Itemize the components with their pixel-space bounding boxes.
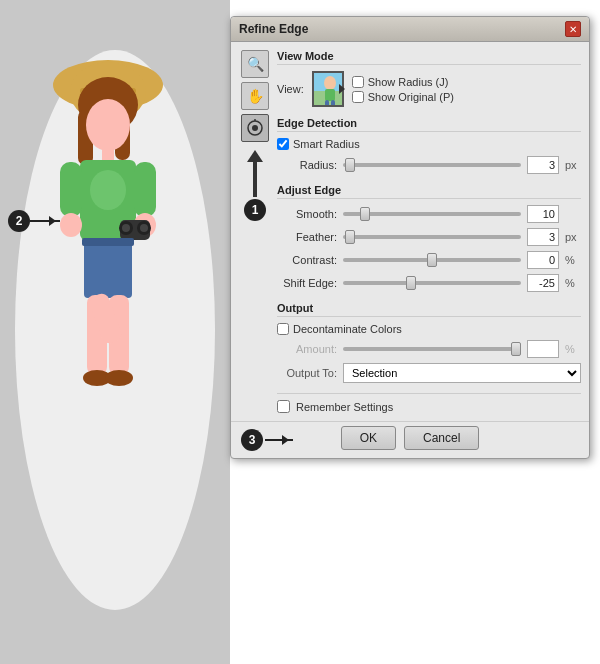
svg-rect-34 xyxy=(325,89,335,101)
svg-point-8 xyxy=(86,99,130,151)
annotation-3: 3 xyxy=(241,429,293,451)
decontaminate-checkbox[interactable] xyxy=(277,323,289,335)
annotation-2: 2 xyxy=(8,210,60,232)
svg-rect-13 xyxy=(134,162,156,217)
shift-edge-slider-row: Shift Edge: % xyxy=(277,274,581,292)
feather-label: Feather: xyxy=(277,231,337,243)
amount-unit: % xyxy=(565,343,581,355)
show-original-checkbox[interactable] xyxy=(352,91,364,103)
amount-value-input[interactable] xyxy=(527,340,559,358)
refine-tool-button[interactable] xyxy=(241,114,269,142)
feather-value-input[interactable] xyxy=(527,228,559,246)
contrast-slider-container xyxy=(343,253,521,267)
smooth-label: Smooth: xyxy=(277,208,337,220)
amount-label: Amount: xyxy=(277,343,337,355)
shift-edge-slider[interactable] xyxy=(343,281,521,285)
remember-settings-row: Remember Settings xyxy=(277,393,581,413)
shift-edge-label: Shift Edge: xyxy=(277,277,337,289)
show-radius-label: Show Radius (J) xyxy=(368,76,449,88)
decontaminate-label-row[interactable]: Decontaminate Colors xyxy=(277,323,402,335)
refine-edge-dialog: Refine Edge ✕ 🔍 ✋ 1 xyxy=(230,16,590,459)
amount-slider[interactable] xyxy=(343,347,521,351)
background-photo xyxy=(0,0,230,664)
ok-button[interactable]: OK xyxy=(341,426,396,450)
feather-slider-container xyxy=(343,230,521,244)
radius-slider[interactable] xyxy=(343,163,521,167)
radius-label: Radius: xyxy=(277,159,337,171)
smooth-slider[interactable] xyxy=(343,212,521,216)
thumbnail-dropdown-arrow xyxy=(339,84,345,94)
smooth-slider-row: Smooth: xyxy=(277,205,581,223)
dialog-body: 🔍 ✋ 1 View Mode View: xyxy=(231,42,589,421)
smart-radius-label-row[interactable]: Smart Radius xyxy=(277,138,360,150)
show-original-checkbox-row[interactable]: Show Original (P) xyxy=(352,91,454,103)
show-radius-checkbox[interactable] xyxy=(352,76,364,88)
remember-settings-label[interactable]: Remember Settings xyxy=(277,400,393,413)
annotation-3-arrow xyxy=(265,439,293,441)
remember-settings-text: Remember Settings xyxy=(296,401,393,413)
svg-point-26 xyxy=(105,370,133,386)
svg-point-19 xyxy=(122,224,130,232)
output-to-label: Output To: xyxy=(277,367,337,379)
svg-rect-21 xyxy=(84,238,132,298)
contrast-label: Contrast: xyxy=(277,254,337,266)
brush-icon xyxy=(246,119,264,137)
shift-edge-value-input[interactable] xyxy=(527,274,559,292)
cancel-button[interactable]: Cancel xyxy=(404,426,479,450)
svg-point-29 xyxy=(252,125,258,131)
decontaminate-label: Decontaminate Colors xyxy=(293,323,402,335)
view-mode-title: View Mode xyxy=(277,50,581,65)
dialog-title: Refine Edge xyxy=(239,22,308,36)
hand-tool-button[interactable]: ✋ xyxy=(241,82,269,110)
smart-radius-row: Smart Radius xyxy=(277,138,581,150)
output-title: Output xyxy=(277,302,581,317)
contrast-slider[interactable] xyxy=(343,258,521,262)
svg-rect-22 xyxy=(82,238,134,246)
view-mode-section: View Mode View: xyxy=(277,50,581,107)
remember-settings-checkbox[interactable] xyxy=(277,400,290,413)
edge-detection-section: Edge Detection Smart Radius Radius: px xyxy=(277,117,581,174)
buttons-row: 3 OK Cancel xyxy=(231,421,589,458)
magnify-tool-button[interactable]: 🔍 xyxy=(241,50,269,78)
view-mode-row: View: xyxy=(277,71,581,107)
svg-point-33 xyxy=(324,76,336,90)
annotation-2-circle: 2 xyxy=(8,210,30,232)
view-options: Show Radius (J) Show Original (P) xyxy=(352,76,454,103)
output-section: Output Decontaminate Colors Amount: % xyxy=(277,302,581,383)
svg-point-20 xyxy=(140,224,148,232)
smart-radius-label: Smart Radius xyxy=(293,138,360,150)
main-controls: View Mode View: xyxy=(277,50,581,413)
toolbar: 🔍 ✋ 1 xyxy=(239,50,271,413)
radius-value-input[interactable] xyxy=(527,156,559,174)
edge-detection-title: Edge Detection xyxy=(277,117,581,132)
smart-radius-checkbox[interactable] xyxy=(277,138,289,150)
close-button[interactable]: ✕ xyxy=(565,21,581,37)
photo-background xyxy=(0,0,230,664)
smooth-slider-container xyxy=(343,207,521,221)
annotation-3-arrowhead xyxy=(282,435,294,445)
svg-point-11 xyxy=(90,170,126,210)
amount-slider-container xyxy=(343,342,521,356)
show-radius-checkbox-row[interactable]: Show Radius (J) xyxy=(352,76,454,88)
smooth-value-input[interactable] xyxy=(527,205,559,223)
show-original-label: Show Original (P) xyxy=(368,91,454,103)
adjust-edge-title: Adjust Edge xyxy=(277,184,581,199)
radius-slider-container xyxy=(343,158,521,172)
contrast-slider-row: Contrast: % xyxy=(277,251,581,269)
annotation-1-circle: 1 xyxy=(244,199,266,221)
output-to-select[interactable]: Selection New Layer New Layer with Layer… xyxy=(343,363,581,383)
shift-edge-unit: % xyxy=(565,277,581,289)
adjust-edge-section: Adjust Edge Smooth: Feather: p xyxy=(277,184,581,292)
view-thumbnail-wrapper xyxy=(312,71,344,107)
output-to-row: Output To: Selection New Layer New Layer… xyxy=(277,363,581,383)
dialog-titlebar: Refine Edge ✕ xyxy=(231,17,589,42)
feather-slider[interactable] xyxy=(343,235,521,239)
radius-unit: px xyxy=(565,159,581,171)
svg-rect-12 xyxy=(60,162,82,217)
svg-rect-36 xyxy=(331,100,335,107)
annotation-3-circle: 3 xyxy=(241,429,263,451)
contrast-value-input[interactable] xyxy=(527,251,559,269)
contrast-unit: % xyxy=(565,254,581,266)
feather-slider-row: Feather: px xyxy=(277,228,581,246)
svg-point-14 xyxy=(60,213,82,237)
